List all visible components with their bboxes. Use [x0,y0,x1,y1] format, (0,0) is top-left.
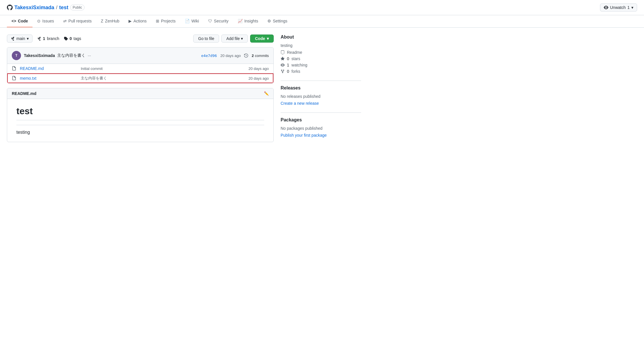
tab-zenhub[interactable]: Z ZenHub [96,15,124,27]
no-packages-text: No packages published [281,126,361,131]
commit-count-number: 2 [252,54,254,58]
add-file-label: Add file [226,36,240,41]
book-icon [281,50,285,54]
avatar: T [12,51,21,60]
sidebar-divider-1 [281,81,361,81]
fork-icon [281,69,285,73]
commit-time: 20 days ago [221,54,241,58]
file-row: README.md Initial commit 20 days ago [7,64,273,73]
sidebar-forks: 0 forks [281,69,361,74]
no-releases-text: No releases published [281,94,361,99]
projects-icon: ⊞ [156,19,159,23]
tab-code[interactable]: <> Code [7,15,32,27]
tab-security[interactable]: 🛡 Security [204,15,233,27]
add-file-button[interactable]: Add file ▾ [221,35,248,43]
sidebar-readme: Readme [281,50,361,55]
forks-count: 0 [287,69,289,74]
top-bar: TakesxiSximada / test Public Unwatch 1 ▾ [0,0,644,15]
sidebar: About testing Readme 0 stars 1 watching … [281,35,361,144]
tab-pull-requests[interactable]: ⇄ Pull requests [59,15,96,27]
repo-title: TakesxiSximada / test Public [7,5,85,11]
stars-label: stars [292,56,300,61]
nav-tabs: <> Code ⊙ Issues ⇄ Pull requests Z ZenHu… [0,15,644,28]
code-btn-chevron: ▾ [267,36,269,41]
file-browser: T TakesxiSximada 主な内容を書く ··· e4e7d96 20 … [7,47,274,83]
file-name-readme[interactable]: README.md [20,66,77,71]
repo-owner[interactable]: TakesxiSximada [14,5,54,11]
branch-right: Go to file Add file ▾ Code ▾ [193,35,274,43]
file-icon [12,66,16,71]
settings-icon: ⚙ [267,19,271,23]
commit-right: e4e7d96 20 days ago 2 commits [201,54,269,58]
code-button[interactable]: Code ▾ [250,35,274,43]
history-icon [244,54,248,58]
main-content: main ▾ 1 branch 0 tags Go to file Add fi… [7,35,274,144]
readme-body: testing [16,130,264,135]
releases-title: Releases [281,85,361,91]
commit-author-name[interactable]: TakesxiSximada [24,53,55,58]
zenhub-icon: Z [101,19,103,23]
branch-selector[interactable]: main ▾ [7,35,32,43]
commit-count[interactable]: 2 commits [252,54,269,58]
branch-count: 1 [43,36,45,41]
tag-label: tags [74,36,81,41]
sidebar-description: testing [281,43,361,48]
sidebar-divider-2 [281,112,361,113]
file-row-highlighted: memo.txt 主な内容を書く 20 days ago [7,73,273,83]
sidebar-packages: Packages No packages published Publish y… [281,117,361,138]
tag-count: 0 [70,36,72,41]
repo-name[interactable]: test [59,5,68,11]
tab-settings[interactable]: ⚙ Settings [263,15,292,27]
file-icon-memo [12,76,16,81]
unwatch-button[interactable]: Unwatch 1 ▾ [600,3,637,12]
file-name-memo[interactable]: memo.txt [20,76,77,81]
wiki-icon: 📄 [185,19,190,23]
forks-label: forks [292,69,300,74]
code-btn-label: Code [255,36,265,41]
go-to-file-button[interactable]: Go to file [193,35,219,43]
commit-more-button[interactable]: ··· [88,53,91,58]
branch-label: branch [47,36,59,41]
commit-header: T TakesxiSximada 主な内容を書く ··· e4e7d96 20 … [7,47,273,64]
main-layout: main ▾ 1 branch 0 tags Go to file Add fi… [0,28,368,151]
watching-count: 1 [287,63,289,67]
tag-count-link[interactable]: 0 tags [64,36,81,41]
packages-title: Packages [281,117,361,123]
tab-wiki[interactable]: 📄 Wiki [180,15,204,27]
chevron-down-icon: ▾ [631,5,633,10]
tab-actions[interactable]: ▶ Actions [124,15,151,27]
eye-icon [604,5,608,10]
tab-projects[interactable]: ⊞ Projects [151,15,180,27]
github-icon [7,5,13,10]
insights-icon: 📈 [238,19,243,23]
commit-sha[interactable]: e4e7d96 [201,54,217,58]
edit-icon[interactable]: ✏️ [264,91,269,96]
readme-label[interactable]: Readme [287,50,302,55]
readme-h1: test [16,106,264,120]
shield-icon: 🛡 [208,19,212,23]
readme-filename: README.md [12,91,37,96]
create-release-link[interactable]: Create a new release [281,101,319,106]
repo-separator: / [56,5,57,11]
file-time-readme: 20 days ago [240,66,269,71]
publish-package-link[interactable]: Publish your first package [281,133,327,138]
branch-count-icon [37,37,41,41]
branch-chevron: ▾ [27,36,29,41]
sidebar-releases: Releases No releases published Create a … [281,85,361,106]
commit-message: 主な内容を書く [57,53,85,58]
branch-count-link[interactable]: 1 branch [37,36,59,41]
eye-sidebar-icon [281,63,285,67]
actions-icon: ▶ [129,19,132,23]
unwatch-count: 1 [627,5,630,10]
pull-request-icon: ⇄ [63,19,67,23]
file-time-memo: 20 days ago [240,76,269,81]
watching-label: watching [292,63,307,67]
tab-issues[interactable]: ⊙ Issues [32,15,58,27]
commit-author: T TakesxiSximada 主な内容を書く ··· [12,51,91,60]
branch-name: main [16,36,25,41]
branch-bar: main ▾ 1 branch 0 tags Go to file Add fi… [7,35,274,43]
stars-count: 0 [287,56,289,61]
tab-insights[interactable]: 📈 Insights [233,15,263,27]
star-icon [281,57,285,61]
add-file-chevron: ▾ [241,36,243,41]
